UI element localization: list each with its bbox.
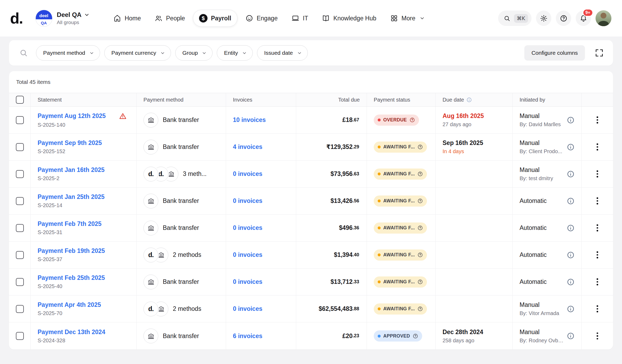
- row-checkbox[interactable]: [16, 278, 24, 286]
- initiated-by-user: By: Rodney Ovbiye: [520, 338, 564, 344]
- status-dot: [378, 145, 381, 148]
- chevron-down-icon: [242, 50, 247, 56]
- statement-link[interactable]: Payment Jan 25th 2025: [38, 193, 105, 201]
- search-icon: [503, 15, 511, 22]
- nav-item-knowledge-hub[interactable]: Knowledge Hub: [316, 10, 382, 26]
- nav-item-home[interactable]: Home: [107, 10, 147, 26]
- info-icon[interactable]: [567, 332, 575, 340]
- payment-method-label: Bank transfer: [163, 197, 199, 204]
- row-actions-menu[interactable]: [594, 276, 600, 288]
- filter-entity[interactable]: Entity: [217, 45, 253, 61]
- row-checkbox[interactable]: [16, 332, 24, 340]
- user-avatar[interactable]: [596, 10, 611, 26]
- select-all-checkbox[interactable]: [16, 96, 24, 104]
- info-icon[interactable]: [567, 170, 575, 178]
- status-help-icon[interactable]: [417, 171, 423, 177]
- nav-item-payroll[interactable]: $Payroll: [193, 10, 237, 27]
- statement-link[interactable]: Payment Aug 12th 2025: [38, 112, 106, 120]
- payment-method-label: Bank transfer: [163, 278, 199, 285]
- payment-method-icons: d.d.: [143, 167, 178, 181]
- row-actions-menu[interactable]: [594, 168, 600, 180]
- statement-id: S-2025-2: [38, 175, 59, 181]
- payment-method-label: 3 meth...: [183, 170, 206, 178]
- filter-label: Payment currency: [111, 50, 156, 56]
- statement-link[interactable]: Payment Feb 7th 2025: [38, 220, 102, 228]
- nav-item-engage[interactable]: Engage: [240, 10, 283, 26]
- table-row: Payment Sep 9th 2025 S-2025-152 Bank tra…: [9, 134, 613, 161]
- grid-icon: [390, 14, 398, 22]
- info-icon[interactable]: [567, 143, 575, 151]
- global-search[interactable]: ⌘K: [498, 11, 531, 26]
- row-actions-menu[interactable]: [594, 330, 600, 342]
- status-help-icon[interactable]: [413, 333, 418, 339]
- statement-link[interactable]: Payment Apr 4th 2025: [38, 301, 101, 308]
- statement-link[interactable]: Payment Feb 19th 2025: [38, 247, 105, 254]
- status-help-icon[interactable]: [417, 198, 423, 204]
- configure-columns-button[interactable]: Configure columns: [524, 45, 585, 61]
- row-actions-menu[interactable]: [594, 141, 600, 153]
- row-actions-menu[interactable]: [594, 303, 600, 315]
- nav-item-more[interactable]: More: [384, 10, 431, 26]
- col-payment-status: Payment status: [367, 93, 436, 106]
- fullscreen-button[interactable]: [594, 48, 604, 58]
- statement-link[interactable]: Payment Sep 9th 2025: [38, 139, 102, 147]
- total-due-amount: £20: [342, 333, 353, 340]
- row-checkbox[interactable]: [16, 251, 24, 259]
- status-help-icon[interactable]: [417, 225, 423, 231]
- settings-button[interactable]: [536, 11, 551, 26]
- nav-label: IT: [303, 15, 308, 22]
- info-icon[interactable]: [567, 251, 575, 259]
- statement-link[interactable]: Payment Jan 16th 2025: [38, 166, 105, 174]
- status-dot: [378, 172, 381, 175]
- statement-link[interactable]: Payment Feb 25th 2025: [38, 274, 105, 281]
- row-actions-menu[interactable]: [594, 249, 600, 261]
- chevron-down-icon: [297, 50, 302, 56]
- filter-group[interactable]: Group: [175, 45, 213, 61]
- invoices-link[interactable]: 0 invoices: [233, 251, 262, 258]
- status-help-icon[interactable]: [409, 117, 415, 123]
- row-actions-menu[interactable]: [594, 195, 600, 207]
- due-date-info-icon[interactable]: [466, 97, 472, 103]
- statement-link[interactable]: Payment Dec 13th 2024: [38, 329, 105, 336]
- status-help-icon[interactable]: [417, 144, 423, 150]
- due-date-relative: 258 days ago: [443, 338, 474, 344]
- help-button[interactable]: [556, 11, 571, 26]
- payment-status-badge: AWAITING F...: [374, 249, 427, 261]
- row-checkbox[interactable]: [16, 305, 24, 313]
- invoices-link[interactable]: 0 invoices: [233, 224, 262, 231]
- info-icon[interactable]: [567, 116, 575, 124]
- initiated-by-user: By: Client Prodo...: [520, 148, 562, 154]
- row-checkbox[interactable]: [16, 197, 24, 205]
- status-label: AWAITING F...: [383, 198, 415, 204]
- row-checkbox[interactable]: [16, 116, 24, 124]
- nav-item-it[interactable]: IT: [286, 10, 314, 26]
- invoices-link[interactable]: 10 invoices: [233, 116, 266, 124]
- status-help-icon[interactable]: [417, 306, 423, 312]
- info-icon[interactable]: [567, 278, 575, 286]
- invoices-link[interactable]: 0 invoices: [233, 170, 262, 178]
- table-search-icon[interactable]: [19, 48, 28, 57]
- invoices-link[interactable]: 4 invoices: [233, 143, 262, 151]
- status-help-icon[interactable]: [417, 279, 423, 285]
- row-checkbox[interactable]: [16, 143, 24, 151]
- initiated-by-type: Automatic: [520, 278, 547, 285]
- filter-issued-date[interactable]: Issued date: [257, 45, 308, 61]
- invoices-link[interactable]: 0 invoices: [233, 278, 262, 285]
- status-help-icon[interactable]: [417, 252, 423, 258]
- org-switcher[interactable]: deel QA Deel QA All groups: [35, 10, 90, 27]
- filter-payment-method[interactable]: Payment method: [36, 45, 100, 61]
- nav-item-people[interactable]: People: [149, 10, 191, 26]
- row-checkbox[interactable]: [16, 224, 24, 232]
- row-checkbox[interactable]: [16, 170, 24, 178]
- invoices-link[interactable]: 0 invoices: [233, 305, 262, 312]
- invoices-link[interactable]: 0 invoices: [233, 197, 262, 204]
- info-icon[interactable]: [567, 197, 575, 205]
- nav-label: Home: [125, 15, 141, 22]
- row-actions-menu[interactable]: [594, 114, 600, 126]
- row-actions-menu[interactable]: [594, 222, 600, 234]
- info-icon[interactable]: [567, 224, 575, 232]
- info-icon[interactable]: [567, 305, 575, 313]
- invoices-link[interactable]: 6 invoices: [233, 333, 262, 340]
- filter-payment-currency[interactable]: Payment currency: [104, 45, 171, 61]
- notifications-button[interactable]: 9+: [576, 11, 591, 26]
